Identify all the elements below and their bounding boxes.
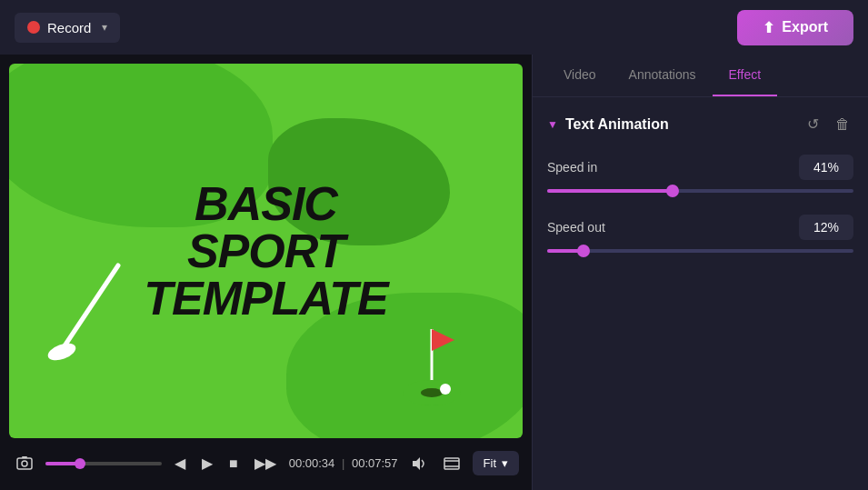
video-canvas: BASIC SPORT TEMPLATE — [9, 64, 523, 438]
speed-in-value: 41% — [799, 155, 853, 180]
speed-out-track[interactable] — [547, 249, 853, 253]
video-text-line1: BASIC SPORT — [137, 180, 394, 275]
svg-rect-9 — [22, 456, 27, 458]
header: Record ▾ ⬆ Export — [0, 0, 868, 55]
speed-out-label: Speed out — [547, 220, 605, 235]
progress-thumb[interactable] — [75, 458, 85, 469]
section-title-group: ▼ Text Animation — [547, 116, 669, 133]
time-separator: | — [342, 456, 344, 470]
section-title: Text Animation — [565, 116, 669, 133]
video-panel: BASIC SPORT TEMPLATE — [0, 55, 532, 490]
speed-in-label-row: Speed in 41% — [547, 155, 853, 180]
step-back-button[interactable]: ◀ — [171, 451, 189, 475]
right-panel: Video Annotations Effect ▼ Text Animatio… — [532, 55, 868, 490]
export-icon: ⬆ — [763, 19, 774, 36]
collapse-arrow-icon[interactable]: ▼ — [547, 118, 558, 131]
speed-out-label-row: Speed out 12% — [547, 215, 853, 240]
reset-button[interactable]: ↺ — [803, 112, 823, 136]
svg-point-8 — [22, 461, 27, 466]
step-forward-button[interactable]: ▶▶ — [251, 451, 280, 475]
screenshot-button[interactable] — [13, 452, 36, 475]
video-text-overlay: BASIC SPORT TEMPLATE — [137, 180, 394, 322]
speed-in-label: Speed in — [547, 160, 597, 175]
record-button[interactable]: Record ▾ — [15, 13, 120, 43]
volume-button[interactable] — [407, 452, 431, 475]
video-preview: BASIC SPORT TEMPLATE — [9, 64, 523, 438]
golf-club-icon — [36, 256, 145, 365]
fit-label: Fit — [484, 456, 496, 470]
time-display: 00:00:34 | 00:07:57 — [289, 456, 398, 470]
fit-dropdown[interactable]: Fit ▾ — [473, 451, 519, 475]
tab-effect[interactable]: Effect — [713, 55, 778, 96]
speed-out-control: Speed out 12% — [547, 215, 853, 253]
video-text-line2: TEMPLATE — [137, 275, 394, 322]
svg-rect-7 — [17, 458, 32, 469]
tab-annotations[interactable]: Annotations — [613, 55, 713, 96]
svg-point-5 — [421, 388, 443, 397]
tab-video[interactable]: Video — [547, 55, 613, 96]
svg-point-1 — [45, 340, 78, 364]
play-button[interactable]: ▶ — [198, 451, 216, 475]
speed-in-track[interactable] — [547, 189, 853, 193]
delete-button[interactable]: 🗑 — [832, 112, 853, 136]
svg-marker-10 — [413, 457, 420, 470]
progress-track[interactable] — [45, 462, 162, 465]
section-header: ▼ Text Animation ↺ 🗑 — [547, 112, 853, 136]
dropdown-chevron-icon: ▾ — [502, 456, 508, 470]
section-actions: ↺ 🗑 — [803, 112, 853, 136]
stop-button[interactable]: ■ — [225, 452, 242, 475]
record-dot-icon — [27, 21, 40, 34]
speed-in-thumb[interactable] — [666, 185, 679, 197]
main-content: BASIC SPORT TEMPLATE — [0, 55, 868, 490]
svg-line-0 — [64, 265, 118, 347]
speed-in-fill — [547, 189, 673, 193]
speed-out-value: 12% — [799, 215, 853, 240]
effect-panel-content: ▼ Text Animation ↺ 🗑 Speed in 41% — [533, 97, 868, 490]
aspect-ratio-button[interactable] — [440, 452, 464, 475]
golf-hole-icon — [395, 320, 468, 411]
progress-bar-container[interactable] — [45, 462, 162, 465]
speed-out-thumb[interactable] — [577, 245, 590, 257]
chevron-down-icon: ▾ — [102, 21, 107, 34]
export-label: Export — [782, 19, 828, 35]
tab-bar: Video Annotations Effect — [533, 55, 868, 97]
current-time: 00:00:34 — [289, 456, 335, 470]
playback-controls: ◀ ▶ ■ ▶▶ 00:00:34 | 00:07:57 — [9, 445, 523, 481]
svg-point-6 — [440, 384, 451, 395]
export-button[interactable]: ⬆ Export — [737, 10, 853, 45]
record-label: Record — [47, 20, 91, 35]
speed-in-control: Speed in 41% — [547, 155, 853, 193]
svg-rect-11 — [444, 458, 459, 469]
svg-marker-3 — [432, 329, 454, 351]
total-time: 00:07:57 — [352, 456, 398, 470]
